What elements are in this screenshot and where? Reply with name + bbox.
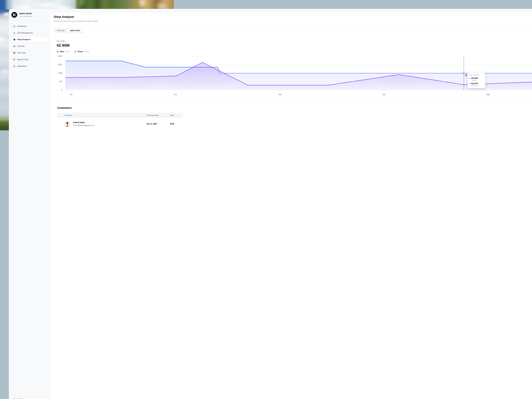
y-tick-label: 450 [59,80,62,82]
nateb-logo-icon [11,12,17,18]
chart-gridline [65,56,174,56]
main-panel: Shop Analyser Unlock the serets of your … [50,12,174,130]
chart-legend: Web97.5%Phone74.5% [57,51,174,53]
sidebar-item-user-management[interactable]: User Management [11,30,48,36]
sidebar: Nateb Studio Sales Dashboard DashboardUs… [9,9,50,130]
brand-name: Nateb Studio [19,13,32,15]
legend-percent: 97.5% [65,51,70,53]
table-row[interactable]: Amirul Islam amirul43islam@gmail.com Mar… [57,119,174,129]
column-total: Total [170,113,174,118]
brand: Nateb Studio Sales Dashboard [11,12,48,18]
y-tick-label: 0 [61,89,62,91]
chart-gridline [65,81,174,82]
legend-name: Web [60,51,64,53]
row-checkbox[interactable] [60,123,62,125]
legend-name: Phone [77,51,83,53]
legend-percent: 74.5% [84,51,89,53]
customers-title: Customers [57,106,174,109]
site-traffic-value: 42.90M [57,43,174,48]
table-header: Customer Purchase date Total [57,113,174,118]
spend-group-icon [13,58,16,61]
avatar [64,121,70,127]
chart-gridline [65,64,174,65]
tab-sales-order[interactable]: Sales Order [67,29,83,32]
user-data-icon [13,52,16,54]
y-axis: 04501,5002,5003,500 [57,56,62,90]
home-icon [13,25,16,27]
page-title: Shop Analyser [54,15,174,19]
customer-name: Amirul Islam [73,121,85,124]
y-tick-label: 3,500 [58,55,62,57]
legend-item-web: Web97.5% [57,51,70,53]
customers-card: Customers Customer Purchase date Total A… [54,103,174,130]
sidebar-item-label: User Management [17,32,33,34]
browser-icon [57,51,59,53]
x-axis: JanFebMarAprMay [65,90,174,96]
order-total: $750 [170,123,174,125]
legend-item-phone: Phone74.5% [74,51,89,53]
column-purchase-date: Purchase date [147,113,158,118]
purchase-date: Mar 9, 2025 [147,123,157,125]
background-photo-top [0,0,174,9]
integrations-icon [13,65,16,67]
site-traffic-chart: 04501,5002,5003,500 May 10, 2025 $16,890… [57,56,174,96]
payment-icon [13,45,16,47]
sidebar-item-integrations[interactable]: Integrations [11,63,48,69]
customer-email: amirul43islam@gmail.com [73,124,95,127]
sidebar-item-payment[interactable]: Payment [11,44,48,49]
tab-overview[interactable]: Overview [54,29,67,32]
brand-subtitle: Sales Dashboard [19,15,32,17]
sidebar-item-label: Dashboard [17,25,26,27]
sidebar-item-label: Spend Group [17,58,28,61]
x-tick-label: Jan [70,93,73,95]
app-window: Nateb Studio Sales Dashboard DashboardUs… [9,9,174,130]
chart-plot-area: May 10, 2025 $16,890+$6,900$13,678+$13,4… [65,56,174,90]
user-gear-icon [13,32,16,34]
sidebar-item-user-data[interactable]: User Data [11,50,48,56]
sidebar-item-spend-group[interactable]: Spend Group [11,57,48,62]
sidebar-item-label: User Data [17,52,26,54]
sidebar-item-dashboard[interactable]: Dashboard [11,24,48,29]
y-tick-label: 1,500 [58,72,62,74]
y-tick-label: 2,500 [58,63,62,66]
phone-icon [74,51,76,53]
column-customer: Customer [64,113,72,118]
page-subtitle: Unlock the serets of your competitors’ N… [54,20,174,22]
site-traffic-label: Site Traffic [57,40,174,42]
chart-gridline [65,73,174,73]
sidebar-item-label: Payment [17,45,25,47]
sidebar-nav: DashboardUser ManagementShop AnalyserPay… [11,24,48,69]
storefront-icon [13,38,16,41]
sidebar-item-shop-analyser[interactable]: Shop Analyser [11,37,48,42]
page-header: Shop Analyser Unlock the serets of your … [50,13,174,25]
site-traffic-card: Site Traffic 42.90M Web97.5%Phone74.5% 0… [54,37,174,99]
sidebar-item-label: Integrations [17,65,27,67]
tab-group: OverviewSales Order [54,28,83,33]
sidebar-item-label: Shop Analyser [17,38,30,41]
select-all-checkbox[interactable] [60,114,62,116]
background-photo-left [0,0,9,130]
sidebar-divider [11,21,48,21]
